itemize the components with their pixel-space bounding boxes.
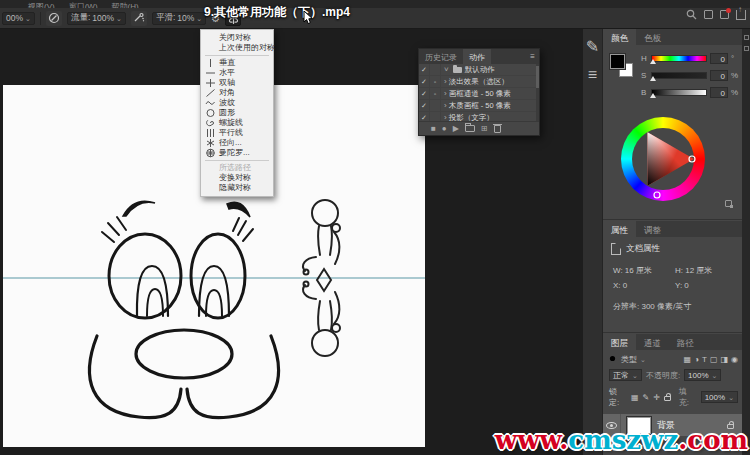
- layer-opacity-field[interactable]: 100% ⌄: [684, 369, 721, 381]
- color-picker-widget-icon[interactable]: [725, 200, 732, 207]
- color-wheel[interactable]: [621, 117, 705, 201]
- filter-toggle-icon[interactable]: ◉: [731, 355, 738, 364]
- new-set-folder-icon[interactable]: [465, 125, 475, 132]
- menu-item-transform-symmetry[interactable]: 变换对称: [201, 173, 273, 183]
- expand-closed-icon[interactable]: ›: [444, 113, 447, 121]
- menu-item-mandala[interactable]: 曼陀罗...: [201, 148, 273, 158]
- expand-closed-icon[interactable]: ›: [444, 77, 447, 86]
- expand-open-icon[interactable]: ˅: [444, 65, 449, 74]
- menu-item-parallel-lines[interactable]: 平行线: [201, 128, 273, 138]
- menu-item-circle[interactable]: 圆形: [201, 108, 273, 118]
- action-row[interactable]: ✓ ˅ 默认动作: [419, 64, 536, 76]
- smart-object-filter-icon[interactable]: ◨: [720, 355, 728, 364]
- tab-properties[interactable]: 属性: [603, 221, 636, 237]
- symmetry-dropdown-menu: 关闭对称 上次使用的对称 垂直 水平 双轴 对角 波纹 圆形 螺旋线 平行线 径…: [200, 29, 274, 197]
- filter-kind-label[interactable]: 类型: [621, 354, 637, 365]
- check-icon[interactable]: ✓: [419, 112, 430, 121]
- action-row[interactable]: ✓ ▫ › 画框通道 - 50 像素: [419, 88, 536, 100]
- check-icon[interactable]: ✓: [419, 64, 430, 75]
- panel-menu-icon[interactable]: ≡: [526, 49, 539, 64]
- foreground-background-swatches[interactable]: [610, 54, 636, 80]
- toggle-cell[interactable]: [430, 112, 441, 121]
- tab-paths[interactable]: 路径: [669, 334, 702, 350]
- hue-value[interactable]: 0: [710, 53, 728, 64]
- menu-item-horizontal[interactable]: 水平: [201, 68, 273, 78]
- expand-closed-icon[interactable]: ›: [444, 101, 447, 110]
- toggle-cell[interactable]: [430, 100, 441, 111]
- action-row[interactable]: ✓ › 投影（文字）: [419, 112, 536, 121]
- tab-color[interactable]: 颜色: [603, 29, 636, 45]
- layout-notification-icon[interactable]: [720, 10, 729, 19]
- action-row[interactable]: ✓ › 木质画框 - 50 像素: [419, 100, 536, 112]
- saturation-slider[interactable]: [651, 72, 707, 79]
- brush-settings-icon[interactable]: ✎: [586, 37, 599, 56]
- new-action-icon[interactable]: ⊞: [481, 124, 488, 133]
- menu-view[interactable]: 视图(V): [28, 1, 55, 8]
- tab-layers[interactable]: 图层: [603, 334, 636, 350]
- divider: [40, 12, 41, 25]
- check-icon[interactable]: ✓: [419, 88, 430, 99]
- menu-item-symmetry-off[interactable]: 关闭对称: [201, 33, 273, 43]
- play-icon[interactable]: ▶: [453, 124, 459, 133]
- menu-item-vertical[interactable]: 垂直: [201, 58, 273, 68]
- tab-channels[interactable]: 通道: [636, 334, 669, 350]
- menu-window[interactable]: 窗口(W): [69, 1, 98, 8]
- toggle-cell[interactable]: ▫: [430, 76, 441, 87]
- menu-item-spiral[interactable]: 螺旋线: [201, 118, 273, 128]
- opacity-field[interactable]: 00% ⌄: [2, 12, 35, 25]
- lock-transparent-icon[interactable]: ▦: [631, 393, 639, 402]
- slider-marker-icon[interactable]: [650, 76, 656, 81]
- tab-adjustments[interactable]: 调整: [636, 221, 669, 237]
- saturation-brightness-triangle[interactable]: [621, 117, 705, 201]
- tab-swatches[interactable]: 色板: [636, 29, 669, 45]
- brightness-slider[interactable]: [651, 89, 707, 96]
- tab-actions[interactable]: 动作: [463, 49, 491, 64]
- foreground-swatch[interactable]: [610, 54, 625, 69]
- action-set-name: 默认动作: [465, 65, 495, 75]
- toggle-cell[interactable]: ▫: [430, 88, 441, 99]
- search-icon[interactable]: [686, 9, 697, 20]
- saturation-value[interactable]: 0: [710, 70, 728, 81]
- lock-pixels-icon[interactable]: ✎: [642, 393, 649, 402]
- menu-item-hide-symmetry[interactable]: 隐藏对称: [201, 183, 273, 193]
- scrollbar[interactable]: [536, 64, 539, 121]
- lock-all-icon[interactable]: [664, 396, 671, 401]
- airbrush-button[interactable]: [131, 11, 147, 26]
- menu-item-last-used-symmetry[interactable]: 上次使用的对称: [201, 43, 273, 53]
- check-icon[interactable]: ✓: [419, 76, 430, 87]
- toggle-cell[interactable]: [430, 64, 441, 75]
- opacity-pressure-button[interactable]: [46, 11, 62, 26]
- dock-panel-icon[interactable]: [744, 46, 749, 51]
- workspace-icon[interactable]: [704, 10, 713, 19]
- type-filter-icon[interactable]: T: [702, 355, 707, 364]
- menu-item-diagonal[interactable]: 对角: [201, 88, 273, 98]
- tab-history[interactable]: 历史记录: [419, 49, 463, 64]
- blend-mode-select[interactable]: 正常 ⌄: [609, 369, 642, 381]
- pixel-filter-icon[interactable]: ▦: [684, 355, 692, 364]
- hue-label: H: [641, 54, 648, 63]
- doc-resolution: 分辨率: 300 像素/英寸: [603, 293, 742, 312]
- menu-item-radial[interactable]: 径向...: [201, 138, 273, 148]
- slider-marker-icon[interactable]: [650, 93, 656, 98]
- dock-sliders-icon[interactable]: ≡: [588, 66, 597, 84]
- dock-panel-icon[interactable]: [744, 35, 749, 40]
- record-icon[interactable]: ●: [442, 124, 447, 133]
- hue-slider[interactable]: [651, 55, 707, 62]
- stop-icon[interactable]: ■: [431, 124, 436, 133]
- smoothing-field[interactable]: 平滑: 10% ⌄: [152, 12, 206, 25]
- lock-position-icon[interactable]: ✛: [653, 393, 660, 402]
- trash-icon[interactable]: [494, 125, 501, 133]
- check-icon[interactable]: ✓: [419, 100, 430, 111]
- adjustment-filter-icon[interactable]: ◑: [694, 355, 699, 364]
- flow-field[interactable]: 流量: 100% ⌄: [67, 12, 126, 25]
- expand-closed-icon[interactable]: ›: [444, 89, 447, 98]
- share-icon[interactable]: [736, 10, 746, 20]
- fill-field[interactable]: 100% ⌄: [701, 391, 738, 403]
- menu-help[interactable]: 帮助(H): [112, 1, 139, 8]
- slider-marker-icon[interactable]: [650, 59, 656, 64]
- menu-item-wavy[interactable]: 波纹: [201, 98, 273, 108]
- brightness-value[interactable]: 0: [710, 87, 728, 98]
- shape-filter-icon[interactable]: ▢: [710, 355, 718, 364]
- action-row[interactable]: ✓ ▫ › 淡出效果（选区）: [419, 76, 536, 88]
- menu-item-dual-axis[interactable]: 双轴: [201, 78, 273, 88]
